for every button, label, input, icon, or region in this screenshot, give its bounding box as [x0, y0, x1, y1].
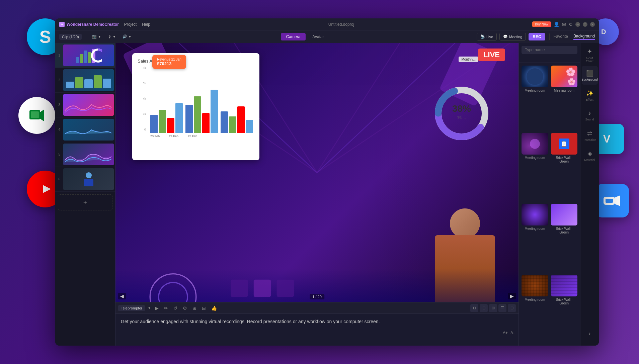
transition-label: Transition — [583, 138, 596, 142]
bg-item-1[interactable]: Meeting room — [522, 66, 548, 130]
tab-background[interactable]: Background — [573, 34, 595, 40]
avatar-button[interactable]: Avatar — [307, 33, 329, 40]
clip-number-4: 4 — [55, 117, 63, 142]
svg-point-30 — [159, 282, 187, 302]
svg-rect-32 — [254, 280, 271, 297]
bg-thumb-8 — [551, 275, 578, 296]
bg-search-input[interactable] — [522, 46, 577, 54]
sidebar-item-effect[interactable]: ✨ Effect — [582, 86, 598, 105]
background-label: Background — [581, 78, 597, 81]
tp-edit-btn[interactable]: ✏ — [163, 305, 169, 311]
bg-label-4: Brick Wall · Green — [551, 156, 578, 163]
title-bar: W Wondershare DemoCreator Project Help U… — [55, 18, 599, 30]
bg-item-3[interactable]: Meeting room — [522, 133, 548, 201]
sidebar-item-background[interactable]: ⬛ Background — [582, 66, 598, 85]
close-button[interactable]: ✕ — [590, 22, 595, 27]
mic-btn[interactable]: 🎙 ▼ — [106, 33, 118, 40]
tp-settings-btn[interactable]: ⚙ — [181, 305, 188, 311]
google-meet-icon — [18, 97, 55, 134]
clip-thumbnail-5 — [63, 144, 114, 165]
transition-icon: ⇌ — [587, 130, 592, 137]
bg-item-4[interactable]: 📋 Brick Wall · Green — [551, 133, 578, 201]
clip-item-3[interactable]: 3 — [55, 93, 115, 117]
tp-view-1[interactable]: ⊟ — [470, 304, 478, 312]
clip-number-3: 3 — [55, 93, 63, 117]
svg-text:D: D — [601, 28, 606, 35]
chart-overlay: Sales Analyst 8k 6k 4k 2k 0 — [132, 53, 259, 160]
project-menu[interactable]: Project — [124, 22, 137, 27]
tp-refresh-btn[interactable]: ↺ — [172, 305, 179, 311]
sidebar-item-cam-effect[interactable]: ✦ CAM Effect — [582, 46, 598, 65]
app-logo: W Wondershare DemoCreator — [59, 22, 119, 27]
increase-text-btn[interactable]: A+ — [503, 331, 508, 335]
bg-item-8[interactable]: Brick Wall · Green — [551, 275, 578, 343]
minimize-button[interactable]: ─ — [575, 22, 580, 27]
sidebar-item-transition[interactable]: ⇌ Transition — [582, 126, 598, 145]
app-window: W Wondershare DemoCreator Project Help U… — [55, 18, 599, 346]
clip-item-5[interactable]: 5 — [55, 142, 115, 167]
meeting-button[interactable]: 💬 Meeting — [499, 33, 526, 40]
sidebar-item-material[interactable]: ◈ Material — [582, 146, 598, 165]
svg-point-29 — [150, 274, 196, 302]
tp-like-btn[interactable]: 👍 — [210, 305, 218, 311]
bg-item-2[interactable]: 🌸 Meeting room — [551, 66, 578, 130]
bg-grid: Meeting room 🌸 Meeting room — [519, 63, 580, 346]
teleprompter-text: Get your audience engaged with stunning … — [115, 314, 518, 329]
bg-label-5: Meeting room — [522, 227, 548, 231]
bg-item-7[interactable]: Meeting room — [522, 275, 548, 343]
clip-item-1[interactable]: 1 — [55, 43, 115, 68]
bg-item-6[interactable]: Brick Wall · Green — [551, 204, 578, 272]
chevron-right-icon: › — [589, 331, 590, 337]
tp-expand-btn[interactable]: ⊞ — [191, 305, 198, 311]
bg-label-3: Meeting room — [522, 156, 548, 160]
svg-rect-31 — [231, 280, 248, 297]
clip-item-6[interactable]: 6 — [55, 167, 115, 192]
maximize-button[interactable]: □ — [583, 22, 587, 27]
revenue-badge: Revenue 21 Jan $70213 — [152, 55, 186, 69]
sound-label: Sound — [585, 118, 594, 121]
separator — [86, 33, 86, 40]
tp-play-btn[interactable]: ▶ — [154, 305, 160, 311]
effect-icon: ✨ — [586, 90, 593, 97]
speaker-btn[interactable]: 🔊 ▼ — [121, 33, 134, 40]
tp-view-4[interactable]: ☰ — [498, 304, 506, 312]
live-button[interactable]: 📡 Live — [477, 33, 497, 40]
clip-item-4[interactable]: 4 — [55, 117, 115, 142]
bg-item-5[interactable]: Meeting room — [522, 204, 548, 272]
sidebar-item-scroll-right[interactable]: › — [582, 324, 598, 343]
next-page-button[interactable]: ▶ — [508, 293, 516, 299]
clip-item-2[interactable]: 2 — [55, 68, 115, 93]
camera-avatar-toggle: Camera Avatar — [281, 33, 329, 40]
bg-search-area: ▼ — [519, 43, 580, 63]
tp-view-btns: ⊟ ⊡ ⊞ ☰ ⊟ — [470, 304, 516, 312]
tp-view-5[interactable]: ⊟ — [508, 304, 516, 312]
rec-button[interactable]: REC — [529, 33, 545, 40]
clip-number-1: 1 — [55, 43, 63, 68]
help-menu[interactable]: Help — [142, 22, 150, 27]
person-figure — [431, 43, 498, 302]
camera-settings-btn[interactable]: 📷 ▼ — [90, 33, 103, 40]
svg-marker-6 — [615, 195, 620, 206]
camera-button[interactable]: Camera — [281, 33, 306, 40]
sidebar-item-sound[interactable]: ♪ Sound — [582, 106, 598, 125]
tab-favorite[interactable]: Favorite — [554, 34, 568, 39]
bg-label-7: Meeting room — [522, 298, 548, 301]
mail-icon: ✉ — [562, 22, 566, 27]
tp-view-3[interactable]: ⊞ — [489, 304, 497, 312]
bg-thumb-3 — [522, 133, 548, 155]
material-label: Material — [584, 158, 595, 162]
clips-panel: 1 2 — [55, 43, 115, 346]
bg-label-6: Brick Wall · Green — [551, 227, 578, 234]
buy-now-button[interactable]: Buy Now — [532, 21, 551, 27]
sound-icon: ♪ — [588, 110, 591, 117]
add-clip-button[interactable]: + — [58, 194, 112, 210]
decrease-text-btn[interactable]: A- — [510, 331, 514, 335]
bg-thumb-6 — [551, 204, 578, 225]
tp-view-2[interactable]: ⊡ — [480, 304, 488, 312]
tp-shrink-btn[interactable]: ⊟ — [201, 305, 207, 311]
app-title: Wondershare DemoCreator — [67, 22, 119, 27]
clip-number-5: 5 — [55, 142, 63, 167]
panel-tabs: Favorite Background — [554, 34, 595, 40]
video-preview: Sales Analyst 8k 6k 4k 2k 0 — [115, 43, 518, 302]
prev-page-button[interactable]: ◀ — [118, 293, 126, 299]
